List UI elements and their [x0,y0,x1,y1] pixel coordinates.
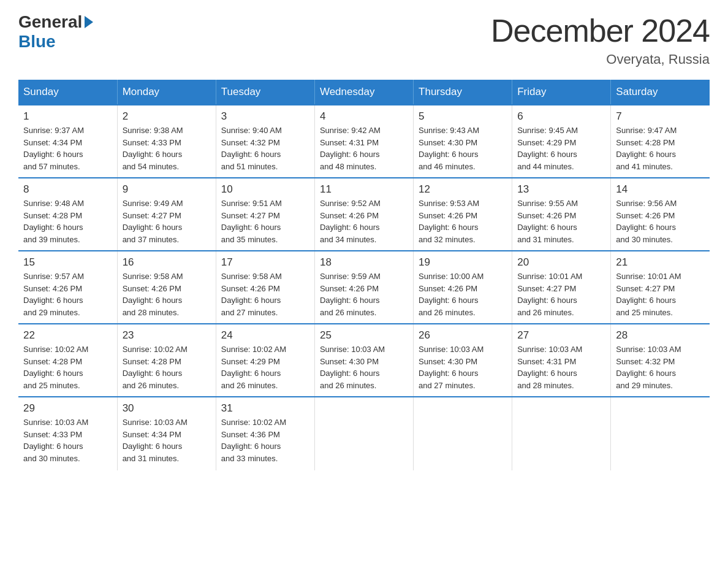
day-number: 9 [123,183,211,196]
page-header: General Blue December 2024 Overyata, Rus… [18,12,710,67]
logo-general-text: General [18,12,82,32]
day-number: 10 [221,183,309,196]
day-info: Sunrise: 10:03 AM Sunset: 4:34 PM Daylig… [123,416,211,464]
day-number: 28 [616,329,705,342]
day-info: Sunrise: 9:42 AM Sunset: 4:31 PM Dayligh… [320,124,408,172]
day-info: Sunrise: 9:59 AM Sunset: 4:26 PM Dayligh… [320,270,408,318]
calendar-cell: 14Sunrise: 9:56 AM Sunset: 4:26 PM Dayli… [611,178,710,251]
calendar-cell [314,397,413,470]
calendar-cell: 7Sunrise: 9:47 AM Sunset: 4:28 PM Daylig… [611,105,710,178]
day-number: 22 [23,329,112,342]
day-info: Sunrise: 10:03 AM Sunset: 4:33 PM Daylig… [23,416,112,464]
day-info: Sunrise: 9:43 AM Sunset: 4:30 PM Dayligh… [419,124,507,172]
day-info: Sunrise: 10:03 AM Sunset: 4:30 PM Daylig… [320,343,408,391]
day-number: 17 [221,256,309,269]
day-info: Sunrise: 9:51 AM Sunset: 4:27 PM Dayligh… [221,197,309,245]
calendar-cell: 13Sunrise: 9:55 AM Sunset: 4:26 PM Dayli… [512,178,611,251]
day-info: Sunrise: 10:01 AM Sunset: 4:27 PM Daylig… [517,270,605,318]
day-info: Sunrise: 9:56 AM Sunset: 4:26 PM Dayligh… [616,197,705,245]
calendar-cell: 25Sunrise: 10:03 AM Sunset: 4:30 PM Dayl… [314,324,413,397]
header-wednesday: Wednesday [314,80,413,105]
calendar-cell: 9Sunrise: 9:49 AM Sunset: 4:27 PM Daylig… [117,178,216,251]
calendar-cell: 28Sunrise: 10:03 AM Sunset: 4:32 PM Dayl… [611,324,710,397]
day-number: 12 [419,183,507,196]
day-info: Sunrise: 9:49 AM Sunset: 4:27 PM Dayligh… [123,197,211,245]
calendar-cell: 10Sunrise: 9:51 AM Sunset: 4:27 PM Dayli… [216,178,314,251]
day-number: 16 [123,256,211,269]
calendar-cell: 30Sunrise: 10:03 AM Sunset: 4:34 PM Dayl… [117,397,216,470]
calendar-cell: 27Sunrise: 10:03 AM Sunset: 4:31 PM Dayl… [512,324,611,397]
day-number: 24 [221,329,309,342]
calendar-cell: 16Sunrise: 9:58 AM Sunset: 4:26 PM Dayli… [117,251,216,324]
calendar-cell: 26Sunrise: 10:03 AM Sunset: 4:30 PM Dayl… [414,324,512,397]
main-title: December 2024 [491,12,710,49]
day-number: 15 [23,256,112,269]
day-number: 3 [221,110,309,123]
calendar-cell: 18Sunrise: 9:59 AM Sunset: 4:26 PM Dayli… [314,251,413,324]
day-number: 13 [517,183,605,196]
day-number: 21 [616,256,705,269]
calendar-cell: 19Sunrise: 10:00 AM Sunset: 4:26 PM Dayl… [414,251,512,324]
calendar-cell: 15Sunrise: 9:57 AM Sunset: 4:26 PM Dayli… [18,251,117,324]
day-number: 27 [517,329,605,342]
day-info: Sunrise: 10:02 AM Sunset: 4:36 PM Daylig… [221,416,309,464]
calendar-cell: 17Sunrise: 9:58 AM Sunset: 4:26 PM Dayli… [216,251,314,324]
day-number: 4 [320,110,408,123]
calendar-cell: 20Sunrise: 10:01 AM Sunset: 4:27 PM Dayl… [512,251,611,324]
day-info: Sunrise: 9:37 AM Sunset: 4:34 PM Dayligh… [23,124,112,172]
calendar-cell: 6Sunrise: 9:45 AM Sunset: 4:29 PM Daylig… [512,105,611,178]
day-info: Sunrise: 9:53 AM Sunset: 4:26 PM Dayligh… [419,197,507,245]
calendar-cell: 2Sunrise: 9:38 AM Sunset: 4:33 PM Daylig… [117,105,216,178]
day-number: 23 [123,329,211,342]
calendar-cell: 23Sunrise: 10:02 AM Sunset: 4:28 PM Dayl… [117,324,216,397]
day-number: 18 [320,256,408,269]
day-number: 8 [23,183,112,196]
title-section: December 2024 Overyata, Russia [491,12,710,67]
header-sunday: Sunday [18,80,117,105]
header-thursday: Thursday [414,80,512,105]
day-number: 5 [419,110,507,123]
calendar-week-4: 22Sunrise: 10:02 AM Sunset: 4:28 PM Dayl… [18,324,710,397]
calendar-week-1: 1Sunrise: 9:37 AM Sunset: 4:34 PM Daylig… [18,105,710,178]
header-saturday: Saturday [611,80,710,105]
day-number: 14 [616,183,705,196]
calendar-cell: 31Sunrise: 10:02 AM Sunset: 4:36 PM Dayl… [216,397,314,470]
calendar-week-5: 29Sunrise: 10:03 AM Sunset: 4:33 PM Dayl… [18,397,710,470]
calendar-cell: 29Sunrise: 10:03 AM Sunset: 4:33 PM Dayl… [18,397,117,470]
logo-blue-text: Blue [18,32,56,51]
day-info: Sunrise: 9:47 AM Sunset: 4:28 PM Dayligh… [616,124,705,172]
day-number: 2 [123,110,211,123]
day-info: Sunrise: 9:58 AM Sunset: 4:26 PM Dayligh… [221,270,309,318]
header-monday: Monday [117,80,216,105]
subtitle: Overyata, Russia [491,52,710,67]
day-number: 11 [320,183,408,196]
day-number: 30 [123,402,211,415]
calendar-cell: 12Sunrise: 9:53 AM Sunset: 4:26 PM Dayli… [414,178,512,251]
day-info: Sunrise: 9:58 AM Sunset: 4:26 PM Dayligh… [123,270,211,318]
day-info: Sunrise: 10:03 AM Sunset: 4:32 PM Daylig… [616,343,705,391]
logo-arrow-icon [85,16,93,28]
calendar-cell: 1Sunrise: 9:37 AM Sunset: 4:34 PM Daylig… [18,105,117,178]
calendar-cell: 22Sunrise: 10:02 AM Sunset: 4:28 PM Dayl… [18,324,117,397]
day-number: 20 [517,256,605,269]
calendar-cell: 24Sunrise: 10:02 AM Sunset: 4:29 PM Dayl… [216,324,314,397]
day-number: 1 [23,110,112,123]
day-info: Sunrise: 9:38 AM Sunset: 4:33 PM Dayligh… [123,124,211,172]
day-number: 29 [23,402,112,415]
calendar-cell: 3Sunrise: 9:40 AM Sunset: 4:32 PM Daylig… [216,105,314,178]
calendar-cell: 8Sunrise: 9:48 AM Sunset: 4:28 PM Daylig… [18,178,117,251]
calendar-header-row: SundayMondayTuesdayWednesdayThursdayFrid… [18,80,710,105]
logo: General Blue [18,12,94,52]
day-info: Sunrise: 9:52 AM Sunset: 4:26 PM Dayligh… [320,197,408,245]
day-number: 26 [419,329,507,342]
day-number: 7 [616,110,705,123]
day-info: Sunrise: 10:02 AM Sunset: 4:29 PM Daylig… [221,343,309,391]
day-info: Sunrise: 9:48 AM Sunset: 4:28 PM Dayligh… [23,197,112,245]
calendar-table: SundayMondayTuesdayWednesdayThursdayFrid… [18,80,710,470]
day-number: 31 [221,402,309,415]
day-number: 6 [517,110,605,123]
day-info: Sunrise: 9:55 AM Sunset: 4:26 PM Dayligh… [517,197,605,245]
calendar-week-3: 15Sunrise: 9:57 AM Sunset: 4:26 PM Dayli… [18,251,710,324]
day-info: Sunrise: 10:03 AM Sunset: 4:30 PM Daylig… [419,343,507,391]
day-number: 25 [320,329,408,342]
